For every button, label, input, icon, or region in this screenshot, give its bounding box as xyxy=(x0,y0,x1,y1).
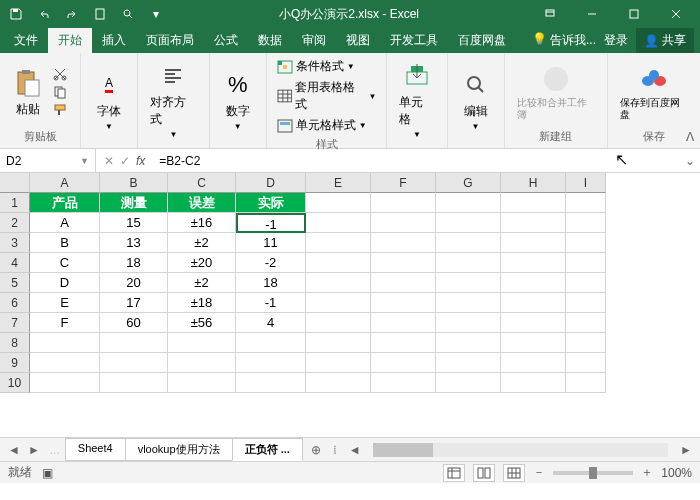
row-header[interactable]: 7 xyxy=(0,313,30,333)
cell[interactable] xyxy=(501,213,566,233)
sheet-tab[interactable]: 正负符 ... xyxy=(232,438,303,461)
zoom-level[interactable]: 100% xyxy=(661,466,692,480)
cell[interactable] xyxy=(168,353,236,373)
cell[interactable] xyxy=(306,233,371,253)
fx-icon[interactable]: fx xyxy=(136,154,145,168)
page-layout-view-icon[interactable] xyxy=(473,464,495,482)
cell[interactable] xyxy=(501,293,566,313)
cell[interactable] xyxy=(371,313,436,333)
cell[interactable]: B xyxy=(30,233,100,253)
col-header[interactable]: E xyxy=(306,173,371,193)
cell[interactable] xyxy=(371,213,436,233)
tab-baidu[interactable]: 百度网盘 xyxy=(448,28,516,53)
tab-layout[interactable]: 页面布局 xyxy=(136,28,204,53)
cell[interactable] xyxy=(501,273,566,293)
cell[interactable] xyxy=(168,373,236,393)
cell[interactable] xyxy=(30,333,100,353)
cell[interactable] xyxy=(501,373,566,393)
cell[interactable] xyxy=(566,213,606,233)
cell[interactable]: F xyxy=(30,313,100,333)
expand-formula-icon[interactable]: ⌄ xyxy=(680,154,700,168)
col-header[interactable]: I xyxy=(566,173,606,193)
col-header[interactable]: C xyxy=(168,173,236,193)
cell[interactable] xyxy=(371,233,436,253)
cell[interactable] xyxy=(436,353,501,373)
cell[interactable] xyxy=(436,253,501,273)
cell[interactable] xyxy=(236,353,306,373)
row-header[interactable]: 4 xyxy=(0,253,30,273)
zoom-in-button[interactable]: ＋ xyxy=(641,464,653,481)
cell[interactable]: 实际 xyxy=(236,193,306,213)
tab-review[interactable]: 审阅 xyxy=(292,28,336,53)
cell[interactable] xyxy=(566,373,606,393)
align-button[interactable]: 对齐方式▼ xyxy=(146,58,201,141)
zoom-slider[interactable] xyxy=(553,471,633,475)
font-button[interactable]: A字体▼ xyxy=(89,67,129,133)
cell[interactable] xyxy=(436,293,501,313)
cell[interactable] xyxy=(501,313,566,333)
cell[interactable]: ±20 xyxy=(168,253,236,273)
cell[interactable] xyxy=(501,353,566,373)
tab-data[interactable]: 数据 xyxy=(248,28,292,53)
cell[interactable] xyxy=(371,353,436,373)
cut-icon[interactable] xyxy=(52,66,72,82)
scroll-left-icon[interactable]: ◄ xyxy=(345,443,365,457)
cell-style-button[interactable]: 单元格样式▼ xyxy=(275,116,379,135)
cell[interactable] xyxy=(306,353,371,373)
editing-button[interactable]: 编辑▼ xyxy=(456,67,496,133)
cell[interactable]: ±2 xyxy=(168,233,236,253)
horizontal-scrollbar[interactable] xyxy=(373,443,668,457)
col-header[interactable]: H xyxy=(501,173,566,193)
cell[interactable]: 4 xyxy=(236,313,306,333)
redo-icon[interactable] xyxy=(60,2,84,26)
cell[interactable]: 60 xyxy=(100,313,168,333)
undo-icon[interactable] xyxy=(32,2,56,26)
cell[interactable] xyxy=(306,333,371,353)
cell[interactable] xyxy=(168,333,236,353)
cell[interactable] xyxy=(306,253,371,273)
cell[interactable] xyxy=(566,233,606,253)
tell-me[interactable]: 💡告诉我... xyxy=(532,32,596,49)
row-header[interactable]: 1 xyxy=(0,193,30,213)
tab-home[interactable]: 开始 xyxy=(48,28,92,53)
formula-bar[interactable]: =B2-C2 xyxy=(153,152,680,170)
row-header[interactable]: 6 xyxy=(0,293,30,313)
cell[interactable] xyxy=(501,193,566,213)
table-format-button[interactable]: 套用表格格式▼ xyxy=(275,78,379,114)
sheet-next-icon[interactable]: ► xyxy=(24,443,44,457)
cell[interactable] xyxy=(436,193,501,213)
cell[interactable] xyxy=(436,313,501,333)
tab-insert[interactable]: 插入 xyxy=(92,28,136,53)
cell[interactable] xyxy=(306,373,371,393)
cell[interactable]: A xyxy=(30,213,100,233)
cell[interactable]: -1 xyxy=(236,213,306,233)
cell[interactable]: 20 xyxy=(100,273,168,293)
cell[interactable]: D xyxy=(30,273,100,293)
cell[interactable]: ±18 xyxy=(168,293,236,313)
cell[interactable] xyxy=(306,273,371,293)
cell[interactable] xyxy=(30,373,100,393)
close-icon[interactable] xyxy=(656,2,696,26)
macro-icon[interactable]: ▣ xyxy=(42,466,53,480)
col-header[interactable]: G xyxy=(436,173,501,193)
share-button[interactable]: 👤共享 xyxy=(636,28,694,53)
format-painter-icon[interactable] xyxy=(52,102,72,118)
cell[interactable]: C xyxy=(30,253,100,273)
row-header[interactable]: 3 xyxy=(0,233,30,253)
cell[interactable] xyxy=(566,273,606,293)
preview-icon[interactable] xyxy=(116,2,140,26)
cell[interactable] xyxy=(436,333,501,353)
cell[interactable]: 13 xyxy=(100,233,168,253)
cell[interactable]: ±56 xyxy=(168,313,236,333)
cell[interactable] xyxy=(566,293,606,313)
tab-dev[interactable]: 开发工具 xyxy=(380,28,448,53)
select-all-corner[interactable] xyxy=(0,173,30,193)
row-header[interactable]: 2 xyxy=(0,213,30,233)
paste-button[interactable]: 粘贴 xyxy=(8,65,48,120)
cell[interactable] xyxy=(436,213,501,233)
row-header[interactable]: 8 xyxy=(0,333,30,353)
minimize-icon[interactable] xyxy=(572,2,612,26)
cell[interactable] xyxy=(566,333,606,353)
cell[interactable] xyxy=(371,253,436,273)
cell[interactable] xyxy=(501,233,566,253)
